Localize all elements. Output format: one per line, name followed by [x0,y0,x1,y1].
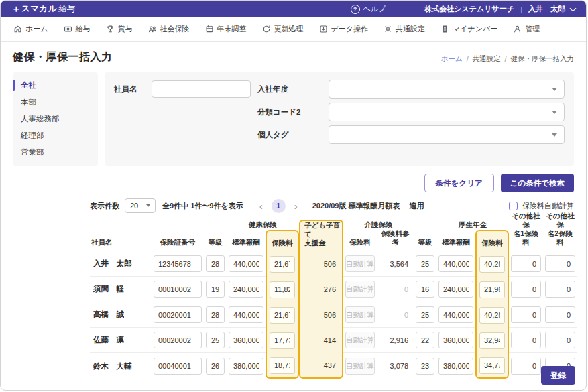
health-premium-input[interactable] [270,281,295,298]
filter-zone: 全社本部人事総務部経理部営業部 社員名 入社年度 分類コード2 個人タグ [13,72,574,166]
table-cell [152,277,204,302]
care-premium-cell: 自動計算 [343,302,377,328]
current-page-indicator[interactable]: 1 [272,199,286,213]
nav-item-payroll[interactable]: 給与 [64,24,91,34]
table-cell [227,302,266,328]
sidebar-item-2[interactable]: 本部 [13,94,98,111]
auto-calc-button[interactable]: 自動計算 [345,306,375,323]
other-insurance2-input[interactable] [545,281,575,298]
app-window: ＋ スマカル 給与 ? ヘルプ 株式会社システムリサーチ | 入井 太郎 ホーム… [0,0,587,391]
sidebar-item-3[interactable]: 人事総務部 [13,111,98,127]
pension-premium-input[interactable] [479,307,505,324]
nav-item-admin[interactable]: 管理 [513,24,540,34]
insurance-cert-number-input[interactable] [154,255,202,272]
health-grade-input[interactable] [206,255,225,272]
other-insurance2-input[interactable] [545,332,575,348]
sidebar-item-4[interactable]: 経理部 [13,127,98,144]
health-premium-input[interactable] [270,307,295,324]
table-cell [414,251,436,277]
nav-item-common-settings[interactable]: 共通設定 [384,24,425,34]
child-support-cell: 506 [299,302,343,328]
search-button[interactable]: この条件で検索 [501,174,574,192]
user-name: 入井 太郎 [528,4,565,14]
health-grade-input[interactable] [206,281,225,298]
filter-row-1: 社員名 入社年度 [114,80,565,97]
submit-button[interactable]: 登録 [541,366,575,385]
pension-premium-input[interactable] [479,332,505,349]
pension-standard-input[interactable] [438,281,473,298]
other-insurance1-input[interactable] [511,306,541,323]
other-insurance1-input[interactable] [511,255,541,272]
insurance-cert-number-input[interactable] [154,332,202,348]
auto-calc-button[interactable]: 自動計算 [345,281,375,298]
health-standard-input[interactable] [229,281,263,298]
pension-grade-input[interactable] [416,332,434,348]
sidebar-item-5[interactable]: 営業部 [13,144,98,161]
pension-standard-input[interactable] [438,306,473,323]
other-insurance2-input[interactable] [545,255,575,272]
table-cell [152,251,204,277]
auto-calc-checkbox[interactable] [509,202,518,210]
health-grade-input[interactable] [206,306,225,323]
pension-premium-cell [475,251,509,277]
hire-year-label: 入社年度 [257,84,322,94]
table-cell [436,277,475,302]
auto-calc-checkbox-label: 保険料自動計算 [522,201,574,211]
pension-grade-input[interactable] [416,306,434,323]
nav-item-data-operation[interactable]: データ操作 [319,24,369,34]
health-standard-input[interactable] [229,255,263,272]
help-link[interactable]: ? ヘルプ [351,4,386,14]
prev-page-button[interactable]: ‹ [259,201,263,211]
table-body: 入井 太郎506自動計算3,564須間 軽276自動計算0髙橋 誠506自動計算… [90,251,577,379]
health-standard-input[interactable] [229,332,263,348]
table-row: 佐藤 凛414自動計算2,916 [90,328,577,353]
care-reference-cell: 0 [377,302,414,328]
column-header-other2: その他社保 名2保険料 [543,220,577,251]
pension-premium-input[interactable] [479,281,505,298]
clear-conditions-button[interactable]: 条件をクリア [424,174,494,192]
employee-name-cell: 入井 太郎 [90,251,152,277]
help-label: ヘルプ [363,4,386,14]
health-standard-input[interactable] [229,306,263,323]
nav-item-home[interactable]: ホーム [13,24,48,34]
nav-item-social-insurance[interactable]: 社会保険 [148,24,190,34]
nav-item-update-process[interactable]: 更新処理 [262,24,304,34]
insurance-cert-number-input[interactable] [154,306,202,323]
health-grade-input[interactable] [206,332,225,348]
nav-item-label: データ操作 [331,24,369,34]
sidebar-item-1[interactable]: 全社 [13,77,98,94]
page-size-select[interactable]: 20 [125,198,156,213]
pension-standard-input[interactable] [438,332,473,348]
other-insurance1-input[interactable] [511,281,541,298]
health-premium-input[interactable] [270,332,295,349]
breadcrumb-item[interactable]: ホーム [441,54,463,64]
table-cell [509,302,543,328]
other-insurance2-input[interactable] [545,306,575,323]
home-icon [13,25,22,34]
nav-item-bonus[interactable]: 賞与 [106,24,133,34]
table-cell [509,251,543,277]
pension-standard-input[interactable] [438,255,473,272]
pension-premium-input[interactable] [479,256,505,273]
app-logo[interactable]: ＋ スマカル 給与 [11,3,75,15]
category-code-select[interactable] [329,103,565,121]
hire-year-select[interactable] [329,80,565,99]
nav-item-my-number[interactable]: マイナンバー [440,24,497,34]
insurance-cert-number-input[interactable] [154,281,202,298]
user-menu[interactable]: 入井 太郎 [528,4,575,14]
personal-tag-select[interactable] [329,125,565,144]
nav-item-year-end-adjustment[interactable]: 年末調整 [205,24,247,34]
other-insurance1-input[interactable] [511,332,541,348]
pension-grade-input[interactable] [416,281,434,298]
auto-calc-button[interactable]: 自動計算 [345,332,375,348]
employee-name-input[interactable] [152,80,251,98]
auto-calc-button[interactable]: 自動計算 [345,255,375,272]
next-page-button[interactable]: › [294,201,298,211]
pension-grade-input[interactable] [416,255,434,272]
group-header-health-insurance: 健康保険 [227,220,299,230]
health-premium-input[interactable] [270,256,295,273]
health-premium-cell [266,302,299,328]
column-header-care-premium: 保険料 [343,230,377,251]
table-cell [227,277,266,302]
table-version-text: 2020/09版 標準報酬月額表 [312,201,400,211]
